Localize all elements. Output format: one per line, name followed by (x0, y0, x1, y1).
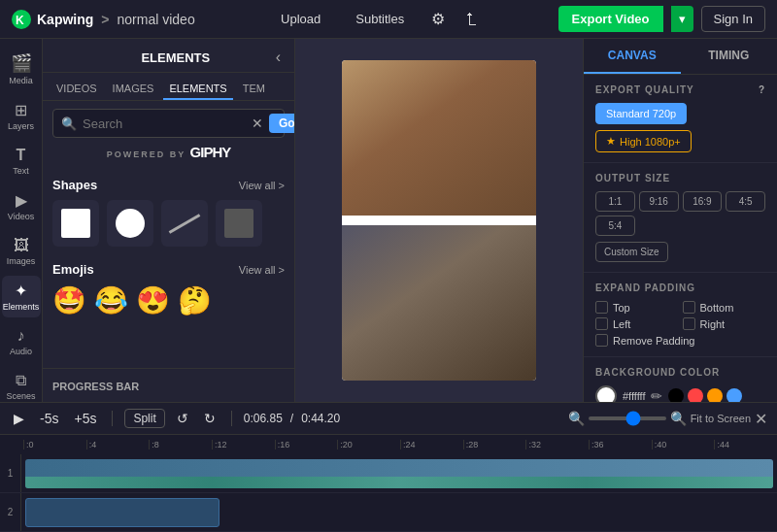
text-icon: T (17, 147, 26, 164)
undo-button[interactable]: ↺ (173, 409, 192, 428)
sidebar-item-label-images: Images (7, 256, 36, 266)
shape-dark-square[interactable] (216, 200, 262, 247)
sign-in-button[interactable]: Sign In (701, 6, 765, 32)
emoji-thinking[interactable]: 🤔 (178, 284, 212, 316)
rewind-button[interactable]: -5s (36, 409, 62, 428)
sidebar-item-videos[interactable]: ▶ Videos (2, 185, 41, 227)
shape-line[interactable] (161, 200, 208, 247)
emoji-joy[interactable]: 😂 (94, 284, 128, 316)
size-4-5[interactable]: 4:5 (726, 191, 765, 212)
split-button[interactable]: Split (124, 409, 164, 428)
zoom-in-icon[interactable]: 🔍 (670, 411, 687, 426)
elements-panel: ELEMENTS ‹ VIDEOS IMAGES ELEMENTS TEM 🔍 … (43, 39, 295, 402)
size-1-1[interactable]: 1:1 (595, 191, 635, 212)
color-swatch-red[interactable] (688, 388, 703, 402)
remove-padding-checkbox[interactable] (595, 334, 608, 347)
shapes-view-all[interactable]: View all > (239, 180, 285, 191)
share-icon[interactable]: ⮤ (464, 11, 480, 28)
emojis-row: 🤩 😂 😍 🤔 (52, 284, 285, 316)
divider-2 (231, 411, 232, 426)
track-1-clip[interactable] (25, 459, 773, 488)
sidebar-icons: 🎬 Media ⊞ Layers T Text ▶ Videos 🖼 Image… (0, 39, 43, 402)
shapes-row (52, 200, 285, 247)
emoji-heart-eyes[interactable]: 😍 (136, 284, 170, 316)
bottom-image-placeholder (342, 225, 536, 381)
sidebar-item-images[interactable]: 🖼 Images (2, 231, 41, 272)
color-swatch-blue[interactable] (726, 388, 742, 402)
track-2-content[interactable] (21, 493, 777, 531)
emojis-title: Emojis (52, 262, 94, 277)
ruler-mark-24: :24 (400, 440, 463, 449)
sidebar-item-elements[interactable]: ✦ Elements (2, 276, 41, 317)
background-color-title: BACKGROUND COLOR (595, 367, 765, 378)
canvas-top-image (342, 60, 536, 216)
padding-left-checkbox[interactable] (595, 317, 608, 330)
zoom-slider[interactable] (589, 416, 666, 420)
tab-tem[interactable]: TEM (237, 79, 271, 100)
upload-button[interactable]: Upload (273, 8, 328, 30)
padding-right-checkbox[interactable] (683, 317, 695, 330)
shape-square[interactable] (52, 200, 99, 247)
app-logo[interactable]: K Kapwing > normal video (12, 10, 195, 29)
sidebar-item-text[interactable]: T Text (2, 141, 41, 182)
emojis-view-all[interactable]: View all > (239, 264, 285, 276)
header: K Kapwing > normal video Upload Subtitle… (0, 0, 777, 39)
quality-high[interactable]: ★ High 1080p+ (595, 130, 692, 152)
ruler-mark-36: :36 (589, 440, 652, 449)
size-16-9[interactable]: 16:9 (683, 191, 723, 212)
tab-timing[interactable]: TIMING (681, 39, 778, 74)
sidebar-item-audio[interactable]: ♪ Audio (2, 321, 41, 362)
sidebar-item-media[interactable]: 🎬 Media (2, 47, 41, 91)
size-5-4[interactable]: 5:4 (595, 216, 635, 236)
padding-top-checkbox[interactable] (595, 301, 608, 314)
ruler-mark-8: :8 (149, 440, 212, 449)
tab-videos[interactable]: VIDEOS (51, 79, 103, 100)
zoom-out-icon[interactable]: 🔍 (568, 411, 585, 426)
ruler-mark-4: :4 (86, 440, 150, 449)
search-go-button[interactable]: Go (269, 114, 295, 133)
track-1-content[interactable] (21, 454, 777, 492)
elements-panel-title: ELEMENTS (76, 50, 276, 65)
sidebar-item-layers[interactable]: ⊞ Layers (2, 95, 41, 137)
export-quality-section: EXPORT QUALITY ? Standard 720p ★ High 10… (584, 75, 777, 163)
track-2-clip[interactable] (25, 498, 220, 527)
size-9-16[interactable]: 9:16 (639, 191, 679, 212)
track-1-label: 1 (0, 454, 21, 492)
settings-icon[interactable]: ⚙ (431, 10, 445, 28)
padding-top-label: Top (613, 302, 630, 314)
tab-elements[interactable]: ELEMENTS (163, 79, 232, 100)
bg-color-swatch[interactable] (595, 385, 617, 402)
bg-color-row: #ffffff ✏ (595, 385, 765, 402)
export-dropdown-button[interactable]: ▾ (671, 6, 693, 32)
custom-size-button[interactable]: Custom Size (595, 242, 668, 262)
quality-options: Standard 720p ★ High 1080p+ (595, 103, 765, 152)
sidebar-item-label-text: Text (13, 166, 29, 176)
help-icon[interactable]: ? (759, 84, 765, 95)
color-swatch-black[interactable] (668, 388, 684, 402)
color-swatch-orange[interactable] (707, 388, 723, 402)
sidebar-item-scenes[interactable]: ⧉ Scenes (2, 366, 41, 402)
padding-bottom-checkbox[interactable] (683, 301, 695, 314)
close-timeline-button[interactable]: ✕ (755, 410, 767, 428)
subtitles-button[interactable]: Subtitles (348, 8, 412, 30)
canvas-area[interactable] (295, 39, 583, 402)
tab-canvas[interactable]: CANVAS (584, 39, 681, 74)
quality-standard[interactable]: Standard 720p (595, 103, 687, 124)
fit-to-screen-button[interactable]: Fit to Screen (691, 413, 751, 424)
play-button[interactable]: ▶ (10, 409, 28, 428)
tab-images[interactable]: IMAGES (107, 79, 160, 100)
breadcrumb-separator: > (101, 12, 109, 27)
search-input[interactable] (83, 116, 246, 131)
export-button[interactable]: Export Video (558, 6, 663, 32)
emoji-starstruck[interactable]: 🤩 (52, 284, 86, 316)
forward-button[interactable]: +5s (70, 409, 100, 428)
search-clear-button[interactable]: ✕ (252, 116, 263, 131)
shape-circle[interactable] (107, 200, 153, 247)
audio-icon: ♪ (17, 327, 25, 345)
padding-bottom-label: Bottom (700, 302, 734, 314)
redo-button[interactable]: ↻ (200, 409, 220, 428)
elements-content: Shapes View all > Emojis View all > 🤩 😂 … (43, 166, 294, 368)
eyedropper-icon[interactable]: ✏ (651, 388, 662, 402)
collapse-panel-button[interactable]: ‹ (276, 49, 281, 66)
ruler-mark-28: :28 (463, 440, 526, 449)
